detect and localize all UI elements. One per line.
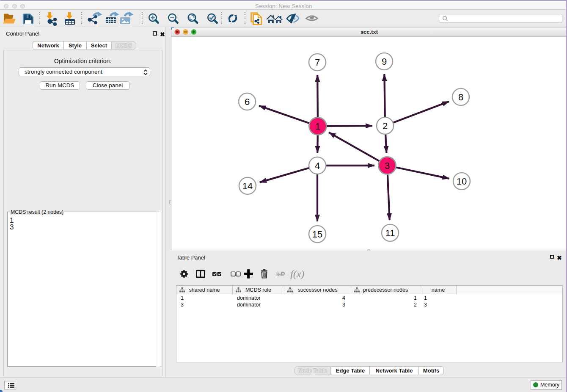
svg-text:f(x): f(x) xyxy=(290,268,304,279)
svg-text:1: 1 xyxy=(315,121,320,132)
svg-text:2: 2 xyxy=(383,121,388,131)
svg-text:6: 6 xyxy=(245,97,250,107)
svg-text:7: 7 xyxy=(315,57,320,68)
svg-text:15: 15 xyxy=(312,229,322,240)
svg-text:8: 8 xyxy=(458,92,463,102)
svg-text:11: 11 xyxy=(385,228,395,238)
svg-text:10: 10 xyxy=(457,176,467,187)
svg-text:4: 4 xyxy=(315,160,320,171)
svg-text:9: 9 xyxy=(382,56,387,67)
svg-text:3: 3 xyxy=(385,160,390,171)
svg-text:14: 14 xyxy=(242,181,253,191)
